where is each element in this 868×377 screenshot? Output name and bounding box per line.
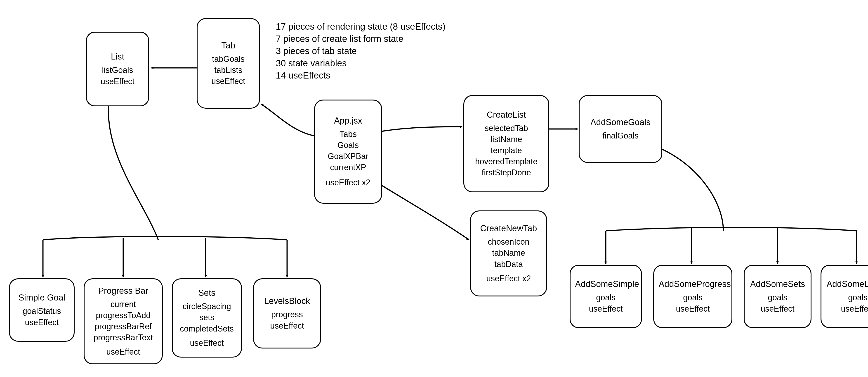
- node-line: chosenIcon: [475, 237, 541, 246]
- node-title: CreateList: [469, 110, 544, 120]
- node-line: completedSets: [177, 324, 237, 334]
- node-line: goals: [575, 293, 637, 302]
- node-line: goals: [749, 293, 806, 302]
- node-title: List: [91, 52, 144, 62]
- node-line: progressBarRef: [89, 322, 157, 331]
- note-line: 7 pieces of create list form state: [276, 33, 445, 45]
- node-line: hoveredTemplate: [469, 156, 544, 166]
- node-line: tabGoals: [202, 54, 254, 64]
- node-line: useEffect: [14, 318, 69, 327]
- node-addsomelevels: AddSomeLevels goals useEffect: [820, 265, 868, 328]
- node-line: progressBarText: [89, 332, 157, 342]
- node-title: AddSomeSimple: [575, 279, 637, 289]
- node-addsomesimple: AddSomeSimple goals useEffect: [569, 265, 642, 328]
- node-line: useEffect: [91, 77, 144, 86]
- node-line: useEffect: [749, 304, 806, 314]
- node-line: firstStepDone: [469, 168, 544, 177]
- node-line: tabName: [475, 248, 541, 258]
- node-tab: Tab tabGoals tabLists useEffect: [197, 18, 260, 109]
- node-line: useEffect: [826, 304, 868, 314]
- node-line: useEffect: [659, 304, 727, 314]
- node-line: progressToAdd: [89, 311, 157, 320]
- node-addsomeprogress: AddSomeProgress goals useEffect: [653, 265, 733, 328]
- node-line: useEffect x2: [475, 273, 541, 283]
- node-line: Goals: [320, 140, 377, 150]
- note-line: 30 state variables: [276, 57, 445, 69]
- node-list: List listGoals useEffect: [86, 32, 149, 106]
- node-title: Progress Bar: [89, 286, 157, 296]
- node-addsomegoals: AddSomeGoals finalGoals: [579, 95, 662, 163]
- node-line: goals: [659, 293, 727, 302]
- note-line: 17 pieces of rendering state (8 useEffec…: [276, 20, 445, 33]
- node-line: useEffect: [177, 338, 237, 348]
- node-title: LevelsBlock: [258, 296, 315, 306]
- note-line: 3 pieces of tab state: [276, 45, 445, 57]
- node-line: selectedTab: [469, 123, 544, 133]
- node-sets: Sets circleSpacing sets completedSets us…: [172, 278, 242, 357]
- node-line: goalStatus: [14, 306, 69, 316]
- node-line: GoalXPBar: [320, 151, 377, 161]
- node-addsomesets: AddSomeSets goals useEffect: [744, 265, 811, 328]
- node-title: CreateNewTab: [475, 224, 541, 233]
- node-title: Tab: [202, 41, 254, 51]
- node-line: currentXP: [320, 163, 377, 172]
- node-createlist: CreateList selectedTab listName template…: [463, 95, 549, 192]
- node-line: useEffect x2: [320, 178, 377, 187]
- node-line: useEffect: [89, 347, 157, 357]
- node-line: useEffect: [575, 304, 637, 314]
- node-createnewtab: CreateNewTab chosenIcon tabName tabData …: [470, 210, 547, 296]
- node-title: AddSomeGoals: [584, 117, 657, 127]
- node-title: AddSomeLevels: [826, 279, 868, 289]
- node-line: tabLists: [202, 65, 254, 75]
- node-line: progress: [258, 310, 315, 319]
- node-line: tabData: [475, 259, 541, 269]
- node-title: AddSomeSets: [749, 279, 806, 289]
- node-title: Sets: [177, 288, 237, 298]
- diagram-stage: 17 pieces of rendering state (8 useEffec…: [0, 0, 868, 377]
- node-levelsblock: LevelsBlock progress useEffect: [253, 278, 321, 348]
- node-line: circleSpacing: [177, 301, 237, 311]
- node-line: sets: [177, 313, 237, 322]
- node-simplegoal: Simple Goal goalStatus useEffect: [9, 278, 74, 342]
- node-line: template: [469, 145, 544, 155]
- node-line: useEffect: [258, 321, 315, 330]
- node-line: listGoals: [91, 65, 144, 75]
- node-app: App.jsx Tabs Goals GoalXPBar currentXP u…: [314, 99, 382, 204]
- node-title: App.jsx: [320, 116, 377, 125]
- node-line: goals: [826, 293, 868, 302]
- node-line: current: [89, 299, 157, 309]
- node-title: Simple Goal: [14, 293, 69, 302]
- node-title: AddSomeProgress: [659, 279, 727, 289]
- node-line: Tabs: [320, 129, 377, 139]
- node-progressbar: Progress Bar current progressToAdd progr…: [84, 278, 163, 364]
- node-line: finalGoals: [584, 131, 657, 141]
- note-line: 14 useEffects: [276, 69, 445, 82]
- summary-note: 17 pieces of rendering state (8 useEffec…: [276, 20, 445, 82]
- node-line: listName: [469, 135, 544, 144]
- node-line: useEffect: [202, 76, 254, 86]
